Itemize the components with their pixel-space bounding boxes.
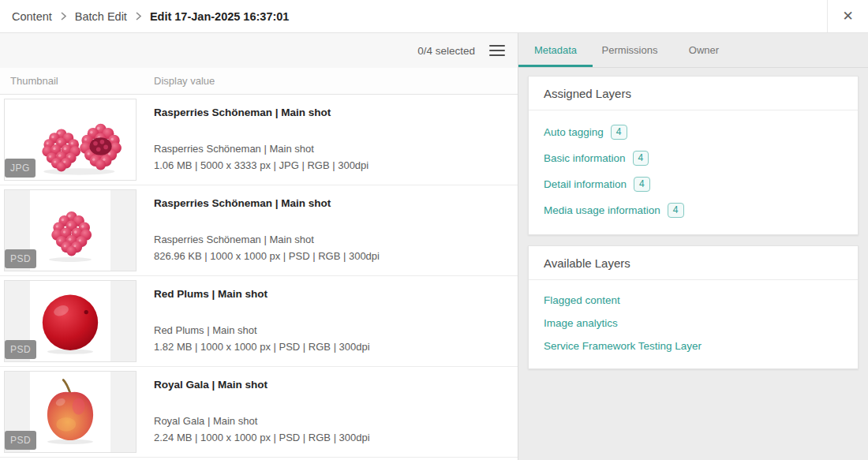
thumbnail-cell: PSD	[0, 367, 154, 457]
chevron-right-icon	[136, 12, 141, 21]
asset-details: Royal Gala | Main shot Royal Gala | Main…	[154, 367, 518, 457]
asset-list-panel: 0/4 selected Thumbnail Display value	[0, 33, 518, 460]
layer-link-flagged-content[interactable]: Flagged content	[544, 289, 843, 312]
layer-label: Flagged content	[544, 294, 620, 306]
available-layers-card: Available Layers Flagged content Image a…	[528, 245, 859, 369]
raspberry-image	[37, 197, 103, 264]
layer-count-badge: 4	[634, 177, 650, 192]
assigned-layers-card: Assigned Layers Auto tagging 4 Basic inf…	[528, 76, 859, 235]
table-row[interactable]: PSD Royal Gala | Main shot Royal Gala | …	[0, 367, 518, 458]
asset-details: Rasperries Schöneman | Main shot Rasperr…	[154, 95, 518, 185]
layer-label: Image analytics	[544, 317, 618, 329]
tab-permissions[interactable]: Permissions	[593, 33, 667, 67]
metadata-panel: Metadata Permissions Owner Assigned Laye…	[518, 33, 868, 460]
asset-file-info: 2.24 MB | 1000 x 1000 px | PSD | RGB | 3…	[154, 431, 518, 446]
asset-file-info: 826.96 KB | 1000 x 1000 px | PSD | RGB |…	[154, 249, 518, 264]
asset-title: Rasperries Schöneman | Main shot	[154, 196, 518, 211]
asset-title: Rasperries Schöneman | Main shot	[154, 105, 518, 121]
layer-count-badge: 4	[611, 125, 627, 140]
column-headers: Thumbnail Display value	[0, 68, 518, 95]
thumbnail: PSD	[4, 189, 137, 271]
breadcrumb: Content Batch Edit Edit 17-Jan-2025 16:3…	[0, 0, 289, 32]
plum-image	[36, 286, 105, 356]
available-layers-title: Available Layers	[529, 246, 858, 280]
layer-link-image-analytics[interactable]: Image analytics	[544, 312, 843, 335]
panel-tabs: Metadata Permissions Owner	[518, 33, 868, 68]
asset-details: Rasperries Schöneman | Main shot Rasperr…	[154, 185, 518, 275]
asset-title: Royal Gala | Main shot	[154, 377, 518, 393]
asset-file-info: 1.82 MB | 1000 x 1000 px | PSD | RGB | 3…	[154, 340, 518, 355]
table-row[interactable]: PSD Red Plums | Main shot Red Plums | Ma…	[0, 276, 518, 367]
asset-details: Red Plums | Main shot Red Plums | Main s…	[154, 276, 518, 366]
format-badge: PSD	[5, 340, 36, 359]
format-badge: PSD	[5, 431, 36, 450]
chevron-right-icon	[61, 12, 66, 21]
thumbnail-cell: PSD	[0, 185, 154, 275]
breadcrumb-current: Edit 17-Jan-2025 16:37:01	[150, 10, 290, 23]
layer-label: Detail information	[544, 178, 627, 190]
asset-file-info: 1.06 MB | 5000 x 3333 px | JPG | RGB | 3…	[154, 159, 518, 174]
thumbnail: PSD	[4, 371, 137, 453]
layer-link-service-framework-testing-layer[interactable]: Service Framework Testing Layer	[544, 335, 843, 357]
column-header-display-value: Display value	[154, 75, 518, 87]
layer-label: Basic information	[544, 152, 626, 164]
close-button[interactable]: ✕	[827, 0, 868, 32]
apple-image	[36, 377, 105, 447]
title-bar: Content Batch Edit Edit 17-Jan-2025 16:3…	[0, 0, 868, 33]
breadcrumb-batch-edit[interactable]: Batch Edit	[75, 10, 127, 23]
tab-metadata[interactable]: Metadata	[518, 33, 593, 67]
assigned-layers-title: Assigned Layers	[529, 77, 858, 110]
layer-count-badge: 4	[668, 203, 684, 218]
thumbnail: PSD	[4, 280, 137, 362]
breadcrumb-content[interactable]: Content	[12, 10, 52, 23]
layer-link-basic-information[interactable]: Basic information 4	[544, 145, 843, 171]
asset-display-value: Royal Gala | Main shot	[154, 414, 518, 429]
menu-icon[interactable]	[489, 45, 505, 56]
close-icon[interactable]: ✕	[842, 9, 853, 23]
layer-link-detail-information[interactable]: Detail information 4	[544, 171, 843, 197]
thumbnail-cell: JPG	[0, 95, 154, 185]
layer-count-badge: 4	[633, 151, 649, 166]
asset-rows: JPG Rasperries Schöneman | Main shot Ras…	[0, 95, 518, 460]
selection-toolbar: 0/4 selected	[0, 33, 518, 68]
asset-display-value: Red Plums | Main shot	[154, 323, 518, 338]
asset-display-value: Rasperries Schöneman | Main shot	[154, 142, 518, 157]
asset-title: Red Plums | Main shot	[154, 286, 518, 302]
column-header-thumbnail: Thumbnail	[0, 75, 154, 87]
thumbnail-cell: PSD	[0, 276, 154, 366]
layer-link-auto-tagging[interactable]: Auto tagging 4	[544, 119, 843, 145]
tab-owner[interactable]: Owner	[667, 33, 741, 67]
thumbnail: JPG	[4, 99, 137, 181]
selection-status: 0/4 selected	[417, 45, 475, 57]
asset-display-value: Rasperries Schöneman | Main shot	[154, 233, 518, 248]
format-badge: PSD	[5, 249, 36, 268]
layer-label: Media usage information	[544, 204, 660, 216]
layer-label: Service Framework Testing Layer	[544, 340, 702, 352]
layer-label: Auto tagging	[544, 126, 604, 138]
table-row[interactable]: JPG Rasperries Schöneman | Main shot Ras…	[0, 95, 518, 185]
table-row[interactable]: PSD Rasperries Schöneman | Main shot Ras…	[0, 185, 518, 276]
layer-link-media-usage-information[interactable]: Media usage information 4	[544, 197, 843, 223]
format-badge: JPG	[5, 159, 36, 178]
